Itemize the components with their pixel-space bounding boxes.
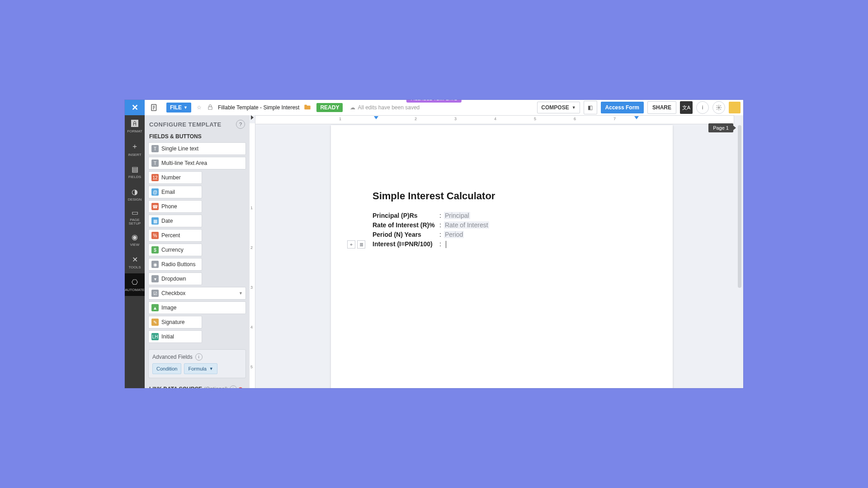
design-icon: ◑ xyxy=(132,188,138,196)
fields-section-header: FIELDS & BUTTONS xyxy=(145,131,250,141)
document-title[interactable]: Fillable Template - Simple Interest xyxy=(216,104,302,111)
avatar[interactable] xyxy=(729,102,741,113)
initial-icon: LH xyxy=(151,333,159,340)
question-icon: ? xyxy=(239,122,242,127)
margin-marker-right-icon[interactable] xyxy=(634,116,639,119)
folder-icon xyxy=(304,104,311,110)
doc-row-period[interactable]: Period (N) Years: Period xyxy=(373,231,464,238)
star-button[interactable]: ☆ xyxy=(194,104,204,111)
link-data-source-header: LINK DATA SOURCE xyxy=(149,386,202,388)
rail-page-setup[interactable]: ▭PAGE SETUP xyxy=(125,206,145,228)
field-dropdown[interactable]: ▾Dropdown xyxy=(148,272,202,285)
margin-marker-left-icon[interactable] xyxy=(374,116,378,119)
settings-button[interactable] xyxy=(712,101,725,114)
info-icon: i xyxy=(702,104,703,111)
image-icon: ▲ xyxy=(151,304,159,311)
svg-point-2 xyxy=(718,107,720,108)
link-data-source-optional: (Optional) xyxy=(204,386,228,388)
field-number[interactable]: 12Number xyxy=(148,171,202,184)
cloud-icon: ☁ xyxy=(350,104,355,111)
save-status: ☁ All edits have been saved xyxy=(345,104,420,111)
left-icon-rail: 🅰FORMAT ＋INSERT ▤FIELDS ◑DESIGN ▭PAGE SE… xyxy=(125,115,145,388)
vertical-ruler[interactable]: 1 2 3 4 5 xyxy=(250,123,255,388)
language-button[interactable]: 文A xyxy=(680,101,693,114)
doc-title: Simple Interest Calculator xyxy=(373,190,495,202)
chevron-down-icon: ▼ xyxy=(184,105,188,110)
date-icon: ▦ xyxy=(151,217,159,225)
save-status-text: All edits have been saved xyxy=(358,104,420,111)
text-cursor-icon xyxy=(446,241,446,248)
rail-insert[interactable]: ＋INSERT xyxy=(125,138,145,160)
close-button[interactable]: ✕ xyxy=(125,100,145,115)
field-multi-line-text[interactable]: TMulti-line Text Area xyxy=(148,157,246,169)
rail-tools[interactable]: ✕TOOLS xyxy=(125,251,145,273)
file-menu-button[interactable]: FILE ▼ xyxy=(166,103,191,113)
format-icon: 🅰 xyxy=(131,120,138,128)
vertical-scrollbar[interactable] xyxy=(738,125,741,288)
rail-format[interactable]: 🅰FORMAT xyxy=(125,115,145,138)
language-icon: 文A xyxy=(682,104,690,111)
horizontal-ruler[interactable]: 1 2 3 4 5 6 7 xyxy=(255,115,734,124)
chevron-down-icon: ▼ xyxy=(239,291,243,296)
gear-icon xyxy=(716,104,722,111)
field-image[interactable]: ▲Image xyxy=(148,301,246,314)
dropdown-icon: ▾ xyxy=(151,275,159,282)
number-icon: 12 xyxy=(151,174,159,181)
share-button[interactable]: SHARE xyxy=(647,101,676,114)
field-date[interactable]: ▦Date xyxy=(148,215,202,227)
rail-design[interactable]: ◑DESIGN xyxy=(125,183,145,206)
placeholder-rate[interactable]: Rate of Interest xyxy=(444,221,489,229)
field-signature[interactable]: ✎Signature xyxy=(148,316,202,328)
fields-icon: ▤ xyxy=(132,165,138,174)
compose-button[interactable]: COMPOSE ▼ xyxy=(537,102,580,113)
add-row-button[interactable]: + xyxy=(347,240,355,249)
status-dot-icon xyxy=(239,387,242,388)
svg-rect-1 xyxy=(208,107,212,109)
signature-icon: ✎ xyxy=(151,319,159,326)
field-single-line-text[interactable]: TSingle Line text xyxy=(148,142,246,155)
field-initial[interactable]: LHInitial xyxy=(148,330,202,343)
workspace: 1 2 3 4 5 6 7 1 2 3 4 5 Page 1 Simple In… xyxy=(250,115,743,388)
panel-help-button[interactable]: ? xyxy=(236,120,245,129)
doc-row-rate[interactable]: Rate of Interest (R)%: Rate of Interest xyxy=(373,221,489,229)
placeholder-principal[interactable]: Principal xyxy=(444,212,470,219)
ruler-origin-icon xyxy=(251,115,254,120)
document-icon[interactable] xyxy=(145,100,164,115)
field-checkbox[interactable]: ☑Checkbox▼ xyxy=(148,287,246,300)
email-icon: @ xyxy=(151,188,159,196)
notification-button[interactable]: ◧ xyxy=(584,101,597,114)
document-page[interactable]: Simple Interest Calculator Principal (P)… xyxy=(331,125,673,388)
info-button[interactable]: i xyxy=(696,101,709,114)
info-icon[interactable]: i xyxy=(195,353,203,361)
field-currency[interactable]: $Currency xyxy=(148,244,202,256)
fillable-template-tag: FILLABLE TEMPLATE xyxy=(406,100,462,103)
field-phone[interactable]: ☎Phone xyxy=(148,200,202,213)
percent-icon: % xyxy=(151,232,159,239)
page-indicator: Page 1 xyxy=(708,123,733,132)
row-action-buttons: + ≣ xyxy=(347,240,365,249)
checkbox-icon: ☑ xyxy=(151,290,159,297)
rail-view[interactable]: ◉VIEW xyxy=(125,228,145,251)
doc-row-principal[interactable]: Principal (P)Rs: Principal xyxy=(373,212,470,219)
access-form-button[interactable]: Access Form xyxy=(601,102,644,113)
field-radio[interactable]: ◉Radio Buttons xyxy=(148,258,202,271)
field-percent[interactable]: %Percent xyxy=(148,229,202,242)
rail-fields[interactable]: ▤FIELDS xyxy=(125,160,145,183)
phone-icon: ☎ xyxy=(151,203,159,210)
list-icon: ≣ xyxy=(359,242,363,248)
row-options-button[interactable]: ≣ xyxy=(357,240,365,249)
ready-badge: READY xyxy=(316,103,343,112)
info-icon[interactable]: i xyxy=(230,385,237,388)
configure-template-panel: CONFIGURE TEMPLATE ? FIELDS & BUTTONS TS… xyxy=(145,115,250,388)
lock-button[interactable] xyxy=(204,104,216,112)
placeholder-period[interactable]: Period xyxy=(444,231,464,238)
field-email[interactable]: @Email xyxy=(148,186,202,198)
adv-condition-button[interactable]: Condition xyxy=(152,363,181,374)
doc-row-interest[interactable]: Interest (I=PNR/100): xyxy=(373,240,446,248)
folder-button[interactable] xyxy=(301,104,314,112)
currency-icon: $ xyxy=(151,246,159,253)
rail-automate[interactable]: ⎔AUTOMATE xyxy=(125,273,145,296)
multiline-icon: T xyxy=(151,160,159,167)
text-field-icon: T xyxy=(151,145,159,152)
adv-formula-button[interactable]: Formula▼ xyxy=(184,363,217,374)
